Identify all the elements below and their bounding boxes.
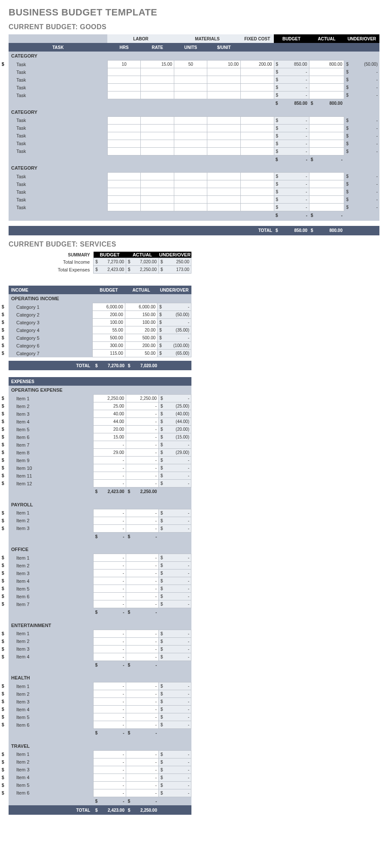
income-budget-input[interactable]: $115.00 [93,350,125,357]
rate-input[interactable] [141,204,174,211]
fixed-input[interactable] [241,188,274,196]
perunit-input[interactable] [207,173,241,180]
expense-actual-input[interactable]: $- [126,464,159,472]
rate-input[interactable] [141,68,174,76]
hrs-input[interactable] [107,76,141,84]
expense-actual-input[interactable]: $- [126,509,159,517]
expense-actual-input[interactable]: $- [126,410,159,418]
rate-input[interactable] [141,124,174,132]
expense-budget-input[interactable]: $- [94,457,126,464]
expense-budget-input[interactable]: $- [94,480,126,487]
task-name[interactable]: Task [9,140,107,147]
expense-item[interactable]: Item 3 [9,570,94,577]
fixed-input[interactable] [241,132,274,140]
expense-actual-input[interactable]: $- [126,570,159,577]
fixed-input[interactable] [241,173,274,180]
actual-input[interactable] [309,147,344,155]
expense-budget-input[interactable]: $- [94,630,126,637]
fixed-input[interactable] [241,124,274,132]
expense-actual-input[interactable]: $- [126,562,159,570]
rate-input[interactable] [141,116,174,124]
income-actual-input[interactable]: $150.00 [125,311,158,319]
rate-input[interactable] [141,188,174,196]
task-name[interactable]: Task [9,132,107,140]
expense-item[interactable]: Item 3 [9,645,94,653]
expense-budget-input[interactable]: $- [94,690,126,698]
expense-item[interactable]: Item 1 [9,682,94,690]
expense-item[interactable]: Item 12 [9,480,94,487]
expense-actual-input[interactable]: $- [126,480,159,487]
fixed-input[interactable] [241,147,274,155]
expense-budget-input[interactable]: $- [94,593,126,600]
expense-actual-input[interactable]: $- [126,645,159,653]
actual-input[interactable] [309,188,344,196]
expense-actual-input[interactable]: $- [126,600,159,608]
expense-budget-input[interactable]: $2,250.00 [94,395,126,402]
income-category[interactable]: Category 4 [9,326,93,334]
expense-actual-input[interactable]: $- [126,637,159,645]
income-budget-input[interactable]: $100.00 [93,319,125,326]
task-name[interactable]: Task [9,173,107,180]
units-input[interactable] [174,204,207,211]
expense-budget-input[interactable]: $29.00 [94,449,126,457]
fixed-input[interactable]: $200.00 [241,61,274,68]
expense-actual-input[interactable]: $- [126,789,159,797]
hrs-input[interactable] [107,132,141,140]
expense-item[interactable]: Item 6 [9,593,94,600]
expense-actual-input[interactable]: $- [126,472,159,480]
rate-input[interactable] [141,140,174,147]
expense-budget-input[interactable]: $- [94,789,126,797]
income-actual-input[interactable]: $200.00 [125,342,158,350]
perunit-input[interactable] [207,188,241,196]
expense-item[interactable]: Item 5 [9,713,94,721]
expense-item[interactable]: Item 4 [9,418,94,426]
expense-item[interactable]: Item 5 [9,426,94,433]
task-name[interactable]: Task [9,61,107,68]
expense-budget-input[interactable]: $- [94,509,126,517]
fixed-input[interactable] [241,91,274,99]
task-name[interactable]: Task [9,147,107,155]
expense-actual-input[interactable]: $- [126,750,159,758]
expense-actual-input[interactable]: $- [126,426,159,433]
perunit-input[interactable] [207,68,241,76]
expense-budget-input[interactable]: $- [94,706,126,713]
units-input[interactable] [174,76,207,84]
expense-budget-input[interactable]: $- [94,472,126,480]
perunit-input[interactable] [207,180,241,188]
expense-actual-input[interactable]: $- [126,706,159,713]
expense-budget-input[interactable]: $- [94,562,126,570]
expense-item[interactable]: Item 1 [9,750,94,758]
expense-budget-input[interactable]: $- [94,441,126,449]
expense-actual-input[interactable]: $2,250.00 [126,395,159,402]
expense-actual-input[interactable]: $- [126,418,159,426]
units-input[interactable] [174,140,207,147]
perunit-input[interactable] [207,76,241,84]
expense-budget-input[interactable]: $20.00 [94,426,126,433]
actual-input[interactable] [309,196,344,204]
expense-budget-input[interactable]: $- [94,645,126,653]
expense-budget-input[interactable]: $15.00 [94,433,126,441]
expense-budget-input[interactable]: $- [94,577,126,585]
expense-actual-input[interactable]: $- [126,433,159,441]
perunit-input[interactable] [207,116,241,124]
income-category[interactable]: Category 3 [9,319,93,326]
fixed-input[interactable] [241,196,274,204]
income-category[interactable]: Category 7 [9,350,93,357]
expense-budget-input[interactable]: $- [94,637,126,645]
expense-actual-input[interactable]: $- [126,449,159,457]
expense-budget-input[interactable]: $- [94,554,126,562]
perunit-input[interactable] [207,84,241,91]
task-name[interactable]: Task [9,124,107,132]
units-input[interactable] [174,180,207,188]
expense-actual-input[interactable]: $- [126,585,159,593]
expense-item[interactable]: Item 1 [9,395,94,402]
rate-input[interactable] [141,196,174,204]
units-input[interactable] [174,68,207,76]
expense-actual-input[interactable]: $- [126,517,159,524]
perunit-input[interactable] [207,132,241,140]
units-input[interactable] [174,196,207,204]
income-category[interactable]: Category 2 [9,311,93,319]
expense-item[interactable]: Item 2 [9,690,94,698]
expense-actual-input[interactable]: $- [126,682,159,690]
expense-item[interactable]: Item 2 [9,562,94,570]
